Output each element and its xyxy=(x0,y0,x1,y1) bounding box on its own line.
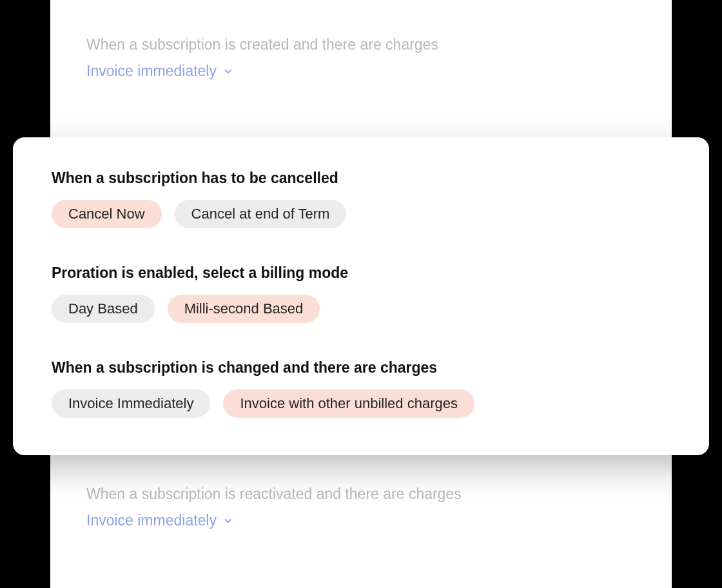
cancellation-heading: When a subscription has to be cancelled xyxy=(52,170,670,187)
millisecond-based-option[interactable]: Milli-second Based xyxy=(168,295,320,323)
invoice-with-unbilled-option[interactable]: Invoice with other unbilled charges xyxy=(223,389,474,418)
chevron-down-icon xyxy=(223,516,233,526)
proration-section: Proration is enabled, select a billing m… xyxy=(52,264,670,323)
proration-heading: Proration is enabled, select a billing m… xyxy=(52,264,670,282)
day-based-option[interactable]: Day Based xyxy=(52,295,155,323)
subscription-created-section: When a subscription is created and there… xyxy=(86,36,636,80)
settings-modal: When a subscription has to be cancelled … xyxy=(13,137,709,455)
cancel-now-option[interactable]: Cancel Now xyxy=(52,200,162,228)
subscription-created-dropdown[interactable]: Invoice immediately xyxy=(86,63,233,80)
subscription-created-label: When a subscription is created and there… xyxy=(86,36,636,54)
change-charges-section: When a subscription is changed and there… xyxy=(52,359,670,418)
subscription-reactivated-section: When a subscription is reactivated and t… xyxy=(50,485,672,529)
proration-options: Day Based Milli-second Based xyxy=(52,295,670,323)
subscription-reactivated-label: When a subscription is reactivated and t… xyxy=(86,485,636,503)
subscription-reactivated-dropdown[interactable]: Invoice immediately xyxy=(86,512,233,529)
chevron-down-icon xyxy=(223,66,233,77)
cancel-end-of-term-option[interactable]: Cancel at end of Term xyxy=(175,200,347,228)
change-charges-heading: When a subscription is changed and there… xyxy=(52,359,670,377)
invoice-immediately-option[interactable]: Invoice Immediately xyxy=(52,389,210,418)
cancellation-options: Cancel Now Cancel at end of Term xyxy=(52,200,670,228)
subscription-reactivated-value: Invoice immediately xyxy=(86,512,217,529)
cancellation-section: When a subscription has to be cancelled … xyxy=(52,170,670,228)
subscription-created-value: Invoice immediately xyxy=(86,63,217,80)
change-charges-options: Invoice Immediately Invoice with other u… xyxy=(52,389,670,418)
